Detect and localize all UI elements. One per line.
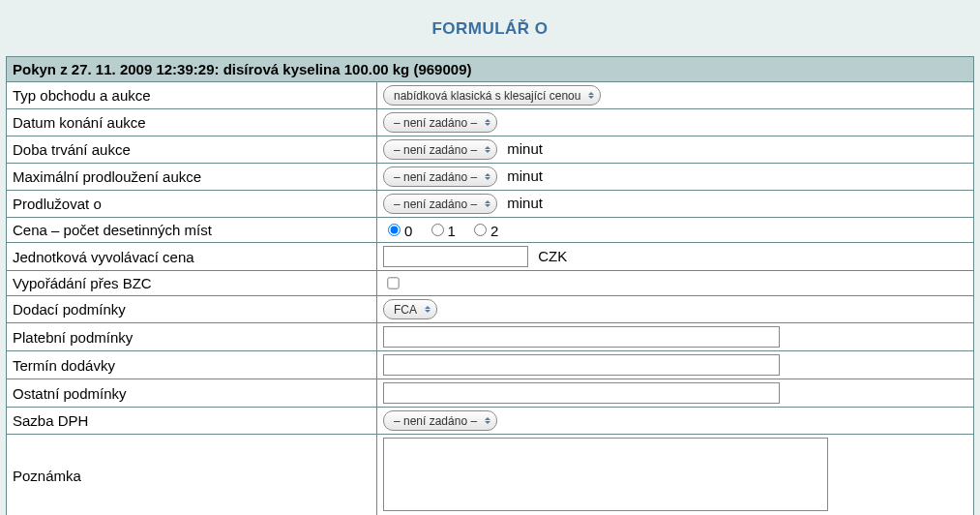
radio-decimals-2[interactable] <box>474 224 487 236</box>
unit-minutes: minut <box>507 140 543 157</box>
radio-group-decimals: 0 1 2 <box>383 223 508 239</box>
radio-decimals-0-label[interactable]: 0 <box>383 223 412 239</box>
label-bzc: Vypořádání přes BZC <box>7 271 377 296</box>
input-start-price[interactable] <box>383 246 528 267</box>
label-max-extension: Maximální prodloužení aukce <box>7 164 377 191</box>
select-max-extension-value: – není zadáno – <box>394 170 477 184</box>
radio-decimals-0[interactable] <box>388 224 401 236</box>
chevron-updown-icon <box>485 200 490 207</box>
radio-decimals-1[interactable] <box>431 224 444 236</box>
currency-czk: CZK <box>538 248 567 264</box>
select-vat[interactable]: – není zadáno – <box>383 410 497 431</box>
select-extend-by[interactable]: – není zadáno – <box>383 194 497 214</box>
page-title: FORMULÁŘ O <box>6 12 974 56</box>
chevron-updown-icon <box>425 306 431 313</box>
textarea-note[interactable] <box>383 438 828 511</box>
label-delivery-date: Termín dodávky <box>7 351 377 379</box>
unit-minutes: minut <box>507 195 543 211</box>
unit-minutes: minut <box>507 167 543 184</box>
form-table: Pokyn z 27. 11. 2009 12:39:29: disírová … <box>6 56 974 515</box>
form-header: Pokyn z 27. 11. 2009 12:39:29: disírová … <box>7 57 974 82</box>
select-auction-duration-value: – není zadáno – <box>394 143 477 157</box>
label-start-price: Jednotková vyvolávací cena <box>7 243 377 271</box>
label-auction-duration: Doba trvání aukce <box>7 136 377 164</box>
checkbox-bzc[interactable] <box>387 277 399 288</box>
select-delivery-terms-value: FCA <box>394 303 417 317</box>
chevron-updown-icon <box>485 146 490 153</box>
select-trade-type-value: nabídková klasická s klesající cenou <box>394 89 580 103</box>
label-trade-type: Typ obchodu a aukce <box>7 82 377 109</box>
chevron-updown-icon <box>485 417 490 424</box>
select-trade-type[interactable]: nabídková klasická s klesající cenou <box>383 85 601 106</box>
label-note: Poznámka <box>7 435 377 516</box>
select-auction-date-value: – není zadáno – <box>394 116 477 130</box>
select-auction-duration[interactable]: – není zadáno – <box>383 139 497 160</box>
select-extend-by-value: – není zadáno – <box>394 197 477 211</box>
label-extend-by: Prodlužovat o <box>7 191 377 218</box>
chevron-updown-icon <box>485 119 490 126</box>
select-delivery-terms[interactable]: FCA <box>383 299 437 319</box>
input-delivery-date[interactable] <box>383 354 780 376</box>
radio-decimals-1-label[interactable]: 1 <box>427 223 456 239</box>
input-other-terms[interactable] <box>383 382 780 404</box>
label-vat: Sazba DPH <box>7 408 377 435</box>
select-vat-value: – není zadáno – <box>394 414 477 428</box>
label-other-terms: Ostatní podmínky <box>7 379 377 408</box>
input-payment-terms[interactable] <box>383 326 780 348</box>
chevron-updown-icon <box>485 173 490 180</box>
chevron-updown-icon <box>588 92 594 99</box>
label-delivery-terms: Dodací podmínky <box>7 296 377 323</box>
label-payment-terms: Platební podmínky <box>7 323 377 351</box>
label-auction-date: Datum konání aukce <box>7 109 377 136</box>
radio-decimals-2-label[interactable]: 2 <box>469 223 498 239</box>
label-decimals: Cena – počet desetinných míst <box>7 218 377 243</box>
select-auction-date[interactable]: – není zadáno – <box>383 112 497 133</box>
select-max-extension[interactable]: – není zadáno – <box>383 167 497 187</box>
